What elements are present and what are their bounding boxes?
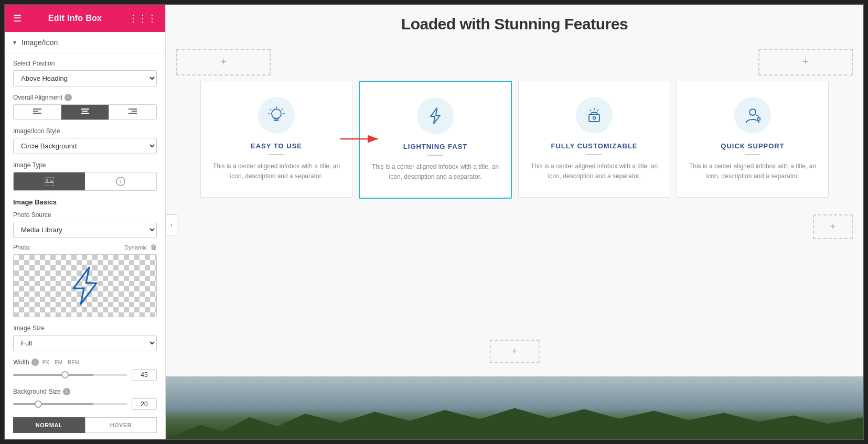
svg-rect-2 xyxy=(33,113,41,114)
image-basics-section: Image Basics Photo Source Media Library … xyxy=(13,198,157,317)
svg-point-31 xyxy=(758,118,760,121)
fully-customizable-separator xyxy=(586,154,602,155)
photo-row: Photo Dynamic 🗑 xyxy=(13,243,157,251)
select-position-dropdown[interactable]: Above Heading Below Heading Left of Titl… xyxy=(13,70,157,86)
main-area: ‹ Loaded with Stunning Features + + xyxy=(166,5,863,439)
section-image-icon[interactable]: ▾ Image/Icon ← xyxy=(5,32,165,53)
image-preview xyxy=(13,254,157,317)
svg-point-30 xyxy=(749,109,756,115)
quick-support-title: QUICK SUPPORT xyxy=(721,142,784,150)
overall-alignment-label: Overall Alignment i xyxy=(13,94,157,101)
image-size-row: Image Size Full Large Medium Thumbnail xyxy=(13,324,157,351)
hamburger-icon[interactable]: ☰ xyxy=(13,13,22,24)
add-right-placeholder[interactable]: + xyxy=(758,49,853,75)
main-content: Loaded with Stunning Features + + xyxy=(166,5,863,439)
svg-point-16 xyxy=(272,109,281,118)
info-box-fully-customizable[interactable]: FULLY CUSTOMIZABLE This is a center alig… xyxy=(518,81,670,198)
panel-body: Select Position Above Heading Below Head… xyxy=(5,53,165,439)
svg-line-28 xyxy=(597,110,598,111)
page-title-section: Loaded with Stunning Features xyxy=(401,15,628,33)
lightning-fast-icon xyxy=(425,106,445,126)
trash-icon[interactable]: 🗑 xyxy=(150,243,157,251)
svg-rect-4 xyxy=(82,111,88,112)
width-label: Width i PX EM REM xyxy=(13,359,157,366)
bg-size-slider[interactable] xyxy=(13,403,127,405)
select-position-row: Select Position Above Heading Below Head… xyxy=(13,60,157,86)
image-icon-style-dropdown[interactable]: Circle Background Simple Stacked xyxy=(13,138,157,154)
image-size-label: Image Size xyxy=(13,324,157,332)
svg-rect-0 xyxy=(33,109,41,110)
photo-source-dropdown[interactable]: Media Library URL xyxy=(13,222,157,238)
photo-source-label: Photo Source xyxy=(13,211,157,219)
svg-line-29 xyxy=(590,110,591,111)
top-add-row: + + xyxy=(176,49,853,75)
svg-point-26 xyxy=(593,117,596,120)
section-title: Image/Icon xyxy=(22,38,58,47)
landscape-background xyxy=(166,376,863,439)
image-type-row: Image Type i xyxy=(13,161,157,191)
grid-icon[interactable]: ⋮⋮⋮ xyxy=(128,13,157,24)
bg-size-number-input[interactable] xyxy=(132,398,157,410)
select-position-label: Select Position xyxy=(13,60,157,67)
image-type-info-btn[interactable]: i xyxy=(85,172,156,190)
width-number-input[interactable] xyxy=(132,369,157,381)
svg-rect-5 xyxy=(81,113,89,114)
add-left-placeholder[interactable]: + xyxy=(176,49,271,75)
lightning-fast-icon-circle xyxy=(417,98,454,134)
customizable-icon xyxy=(584,105,605,126)
bg-size-slider-row xyxy=(13,398,157,410)
easy-to-use-desc: This is a center aligned infobox with a … xyxy=(211,161,341,181)
panel-header: ☰ Edit Info Box ⋮⋮⋮ xyxy=(5,5,165,32)
em-unit[interactable]: EM xyxy=(53,359,64,366)
center-add-wrapper: + xyxy=(490,340,540,363)
image-icon-style-row: Image/Icon Style Circle Background Simpl… xyxy=(13,127,157,154)
lightning-fast-title: LIGHTNING FAST xyxy=(403,143,467,150)
svg-rect-25 xyxy=(589,114,599,122)
px-unit[interactable]: PX xyxy=(41,359,51,366)
fully-customizable-title: FULLY CUSTOMIZABLE xyxy=(551,142,637,150)
lightning-fast-desc: This is a center aligned infobox with a … xyxy=(370,162,500,182)
align-left-btn[interactable] xyxy=(14,105,61,120)
normal-hover-row: NORMAL HOVER xyxy=(13,417,157,433)
image-type-label: Image Type xyxy=(13,161,157,169)
bg-size-info-icon[interactable]: i xyxy=(63,388,70,395)
svg-rect-8 xyxy=(128,113,137,114)
image-size-dropdown[interactable]: Full Large Medium Thumbnail xyxy=(13,335,157,351)
left-panel: ☰ Edit Info Box ⋮⋮⋮ ▾ Image/Icon ← Selec… xyxy=(5,5,166,439)
panel-title: Edit Info Box xyxy=(48,14,102,23)
right-add-placeholder[interactable]: + xyxy=(813,214,853,239)
lightning-fast-separator xyxy=(427,155,443,156)
easy-to-use-title: EASY TO USE xyxy=(251,142,302,150)
collapse-icon: ▾ xyxy=(13,39,16,46)
image-type-buttons: i xyxy=(13,172,157,191)
panel-collapse-btn[interactable]: ‹ xyxy=(166,214,177,235)
align-right-btn[interactable] xyxy=(109,105,156,120)
info-box-lightning-fast[interactable]: LIGHTNING FAST This is a center aligned … xyxy=(359,81,512,199)
center-add-placeholder[interactable]: + xyxy=(490,340,540,363)
image-basics-label: Image Basics xyxy=(13,198,157,206)
width-slider-row xyxy=(13,369,157,381)
normal-btn[interactable]: NORMAL xyxy=(13,417,85,433)
svg-point-10 xyxy=(46,179,48,181)
info-box-quick-support[interactable]: QUICK SUPPORT This is a center aligned i… xyxy=(677,81,829,198)
width-slider[interactable] xyxy=(13,374,127,376)
tree-silhouette xyxy=(166,403,863,439)
svg-text:i: i xyxy=(120,179,121,185)
quick-support-separator xyxy=(745,154,760,155)
align-center-btn[interactable] xyxy=(61,105,109,120)
rem-unit[interactable]: REM xyxy=(66,359,81,366)
svg-line-20 xyxy=(282,109,283,110)
svg-rect-1 xyxy=(33,111,38,112)
easy-to-use-icon-circle xyxy=(258,97,295,134)
alignment-info-icon[interactable]: i xyxy=(65,94,72,101)
hover-btn[interactable]: HOVER xyxy=(85,417,157,433)
dynamic-badge: Dynamic xyxy=(124,244,147,251)
info-box-easy-to-use[interactable]: EASY TO USE This is a center aligned inf… xyxy=(200,81,352,198)
width-info-icon[interactable]: i xyxy=(31,359,39,366)
page-title: Loaded with Stunning Features xyxy=(401,15,628,33)
easy-to-use-separator xyxy=(269,154,284,155)
svg-marker-24 xyxy=(431,108,440,124)
bottom-right-add: + xyxy=(813,214,853,239)
quick-support-desc: This is a center aligned infobox with a … xyxy=(688,161,818,181)
image-type-photo-btn[interactable] xyxy=(14,172,85,190)
